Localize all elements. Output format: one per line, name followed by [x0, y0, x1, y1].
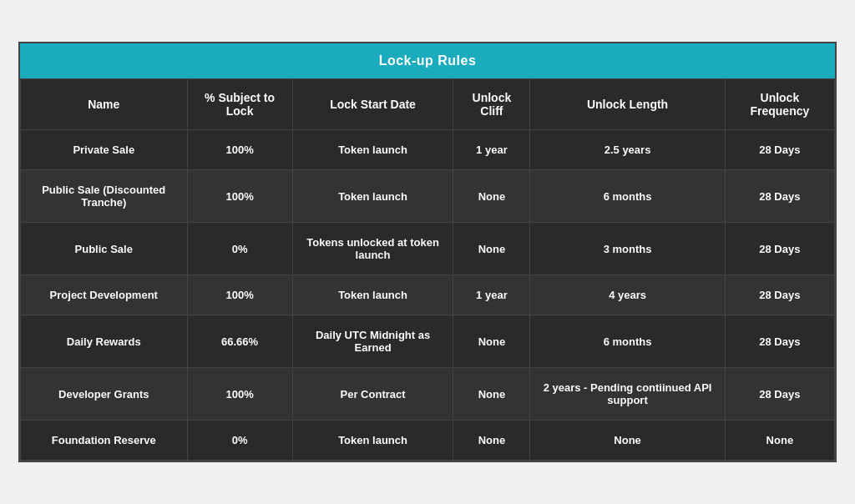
cell-name: Daily Rewards	[21, 315, 188, 368]
col-header-lock-start-date: Lock Start Date	[292, 79, 453, 130]
cell-subject_to_lock: 0%	[187, 223, 292, 275]
col-header-unlock-cliff: Unlock Cliff	[453, 79, 530, 130]
cell-lock_start_date: Token launch	[292, 170, 453, 223]
cell-unlock_frequency: 28 Days	[725, 368, 834, 421]
cell-unlock_cliff: None	[453, 170, 530, 223]
col-header-unlock-frequency: Unlock Frequency	[725, 79, 834, 130]
table-row: Public Sale0%Tokens unlocked at token la…	[21, 223, 835, 275]
table-row: Daily Rewards66.66%Daily UTC Midnight as…	[21, 315, 835, 368]
cell-lock_start_date: Per Contract	[292, 368, 453, 421]
cell-unlock_cliff: 1 year	[453, 275, 530, 315]
cell-subject_to_lock: 100%	[187, 275, 292, 315]
cell-name: Private Sale	[21, 130, 188, 170]
cell-unlock_frequency: 28 Days	[725, 315, 834, 368]
cell-unlock_cliff: None	[453, 368, 530, 421]
cell-unlock_length: 6 months	[530, 170, 725, 223]
cell-subject_to_lock: 0%	[187, 421, 292, 461]
cell-name: Developer Grants	[21, 368, 188, 421]
cell-unlock_frequency: 28 Days	[725, 130, 834, 170]
cell-subject_to_lock: 100%	[187, 170, 292, 223]
cell-lock_start_date: Daily UTC Midnight as Earned	[292, 315, 453, 368]
cell-lock_start_date: Token launch	[292, 421, 453, 461]
cell-lock_start_date: Token launch	[292, 130, 453, 170]
cell-unlock_frequency: 28 Days	[725, 170, 834, 223]
cell-unlock_frequency: None	[725, 421, 834, 461]
cell-unlock_length: 2 years - Pending contiinued API support	[530, 368, 725, 421]
cell-lock_start_date: Tokens unlocked at token launch	[292, 223, 453, 275]
cell-name: Foundation Reserve	[21, 421, 188, 461]
cell-subject_to_lock: 66.66%	[187, 315, 292, 368]
cell-unlock_length: 6 months	[530, 315, 725, 368]
table-row: Foundation Reserve0%Token launchNoneNone…	[21, 421, 835, 461]
cell-unlock_length: None	[530, 421, 725, 461]
cell-unlock_cliff: 1 year	[453, 130, 530, 170]
cell-unlock_cliff: None	[453, 223, 530, 275]
lockup-rules-table: Lock-up Rules Name % Subject to Lock Loc…	[18, 42, 837, 462]
cell-unlock_length: 2.5 years	[530, 130, 725, 170]
table-row: Public Sale (Discounted Tranche)100%Toke…	[21, 170, 835, 223]
cell-name: Project Development	[21, 275, 188, 315]
table-title: Lock-up Rules	[20, 43, 835, 78]
table-row: Project Development100%Token launch1 yea…	[21, 275, 835, 315]
cell-unlock_frequency: 28 Days	[725, 223, 834, 275]
table-header-row: Name % Subject to Lock Lock Start Date U…	[21, 79, 835, 130]
cell-lock_start_date: Token launch	[292, 275, 453, 315]
cell-subject_to_lock: 100%	[187, 130, 292, 170]
cell-unlock_cliff: None	[453, 315, 530, 368]
cell-name: Public Sale (Discounted Tranche)	[21, 170, 188, 223]
table-row: Private Sale100%Token launch1 year2.5 ye…	[21, 130, 835, 170]
col-header-subject-to-lock: % Subject to Lock	[187, 79, 292, 130]
cell-unlock_length: 3 months	[530, 223, 725, 275]
cell-subject_to_lock: 100%	[187, 368, 292, 421]
cell-unlock_frequency: 28 Days	[725, 275, 834, 315]
col-header-name: Name	[21, 79, 188, 130]
table-row: Developer Grants100%Per ContractNone2 ye…	[21, 368, 835, 421]
cell-unlock_length: 4 years	[530, 275, 725, 315]
cell-unlock_cliff: None	[453, 421, 530, 461]
col-header-unlock-length: Unlock Length	[530, 79, 725, 130]
cell-name: Public Sale	[21, 223, 188, 275]
